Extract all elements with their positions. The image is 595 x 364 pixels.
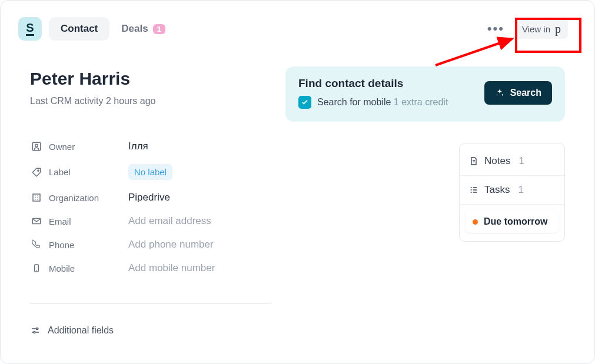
field-organization-label: Organization [49,193,128,203]
notes-count: 1 [518,155,524,167]
fields-list: Owner Ілля Label No label Organization P… [30,135,268,280]
tab-contact-label: Contact [61,23,98,35]
find-contact-box: Find contact details Search for mobile 1… [285,66,565,122]
app-logo[interactable]: S [18,17,42,41]
field-email-label: Email [49,216,128,226]
svg-point-1 [35,144,38,147]
owner-icon [30,141,43,152]
field-phone-label: Phone [49,240,128,250]
side-panel: Notes 1 Tasks 1 Due tomorrow [459,143,565,242]
right-column: Find contact details Search for mobile 1… [285,66,565,336]
notes-row[interactable]: Notes 1 [460,147,564,176]
field-owner: Owner Ілля [30,135,268,158]
field-owner-value[interactable]: Ілля [128,141,148,152]
search-mobile-label: Search for mobile 1 extra credit [317,97,448,108]
app-logo-letter: S [26,22,34,36]
due-tomorrow-chip[interactable]: Due tomorrow [466,211,559,233]
field-mobile-label: Mobile [49,263,128,273]
tasks-row[interactable]: Tasks 1 [460,176,564,205]
divider [30,303,271,304]
sparkle-icon [495,88,504,98]
search-button-label: Search [510,88,541,98]
top-bar: S Contact Deals 1 ••• View in p [18,17,568,41]
find-subrow: Search for mobile 1 extra credit [298,96,484,109]
tab-deals-label: Deals [121,23,148,35]
organization-icon [30,192,43,203]
tasks-count: 1 [518,184,523,196]
more-menu-icon[interactable]: ••• [487,21,504,36]
field-phone-add[interactable]: Add phone number [128,239,214,251]
contact-name: Peter Harris [30,69,268,89]
due-label: Due tomorrow [484,216,547,227]
email-icon [30,216,43,226]
find-title: Find contact details [298,77,484,90]
field-email-add[interactable]: Add email address [128,215,211,227]
tasks-icon [469,185,478,195]
field-organization: Organization Pipedrive [30,186,268,209]
additional-fields-label: Additional fields [48,325,114,336]
field-label-label: Label [49,167,128,177]
search-button[interactable]: Search [484,81,552,105]
notes-icon [469,156,478,166]
field-label: Label No label [30,158,268,186]
label-icon [30,167,43,178]
field-mobile-add[interactable]: Add mobile number [128,262,215,274]
additional-fields-button[interactable]: Additional fields [30,325,268,336]
svg-point-6 [36,328,38,330]
field-organization-value[interactable]: Pipedrive [128,192,170,203]
svg-rect-3 [33,194,40,201]
tasks-label: Tasks [484,184,510,196]
field-owner-label: Owner [49,142,128,152]
mobile-icon [30,263,43,273]
view-in-label: View in [522,24,550,34]
field-mobile: Mobile Add mobile number [30,256,268,280]
activity-time: 2 hours ago [106,96,156,106]
activity-line: Last CRM activity 2 hours ago [30,96,268,106]
svg-point-2 [38,169,39,171]
tab-contact[interactable]: Contact [49,17,109,41]
notes-label: Notes [484,155,510,167]
search-mobile-text: Search for mobile [317,97,391,107]
search-mobile-checkbox[interactable] [298,96,311,109]
field-phone: Phone Add phone number [30,233,268,256]
svg-point-7 [34,332,35,333]
credit-text: 1 extra credit [394,97,448,107]
view-in-button[interactable]: View in p [515,19,568,39]
left-column: Peter Harris Last CRM activity 2 hours a… [30,69,268,336]
tab-deals[interactable]: Deals 1 [109,17,177,41]
sliders-icon [30,325,41,336]
pipedrive-icon: p [555,23,561,35]
activity-prefix: Last CRM activity [30,96,103,106]
main-content: Peter Harris Last CRM activity 2 hours a… [30,69,565,336]
due-status-dot-icon [473,219,478,225]
field-label-value[interactable]: No label [128,164,172,180]
deals-count-badge: 1 [153,24,165,34]
phone-icon [30,239,43,250]
field-email: Email Add email address [30,209,268,233]
contact-detail-card: S Contact Deals 1 ••• View in p Peter Ha… [0,0,595,364]
